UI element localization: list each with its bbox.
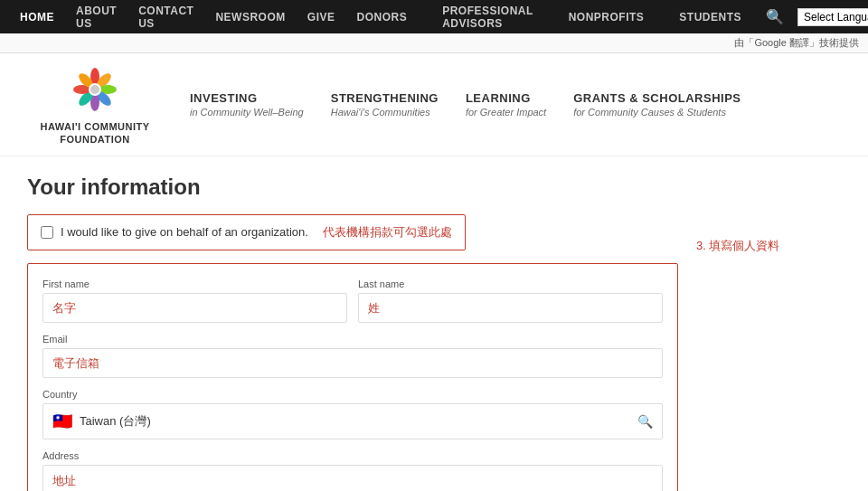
subnav-investing-subtitle: in Community Well–Being [190, 107, 304, 118]
nav-professional[interactable]: PROFESSIONAL ADVISORS [431, 5, 543, 30]
nav-contact[interactable]: CONTACT US [127, 5, 204, 30]
language-selector-wrapper[interactable]: Select Language [797, 8, 868, 26]
main-content: Your information I would like to give on… [0, 156, 868, 491]
nav-home[interactable]: HOME [9, 11, 65, 24]
country-field[interactable]: 🇹🇼 Taiwan (台灣) 🔍 [42, 403, 663, 439]
logo-area: HAWAI'I COMMUNITY FOUNDATION [18, 62, 172, 146]
form-section: Your information I would like to give on… [27, 175, 678, 491]
address-group: Address [42, 450, 663, 491]
form-container: First name Last name Email Country [27, 263, 678, 491]
subnav-learning[interactable]: LEARNING for Greater Impact [466, 91, 546, 118]
google-translate-text: 由「Google 翻譯」技術提供 [734, 36, 859, 50]
email-group: Email [42, 334, 663, 378]
logo-text: HAWAI'I COMMUNITY FOUNDATION [40, 120, 149, 146]
country-group: Country 🇹🇼 Taiwan (台灣) 🔍 [42, 389, 663, 439]
email-label: Email [42, 334, 663, 345]
subnav-strengthening[interactable]: STRENGTHENING Hawai'i's Communities [331, 91, 439, 118]
svg-point-9 [90, 85, 99, 94]
org-checkbox[interactable] [41, 226, 53, 239]
country-value: Taiwan (台灣) [80, 413, 151, 430]
top-navigation: HOME ABOUT US CONTACT US NEWSROOM GIVE D… [0, 0, 868, 33]
first-name-label: First name [42, 279, 347, 289]
last-name-label: Last name [358, 279, 663, 289]
nav-about[interactable]: ABOUT US [65, 5, 127, 30]
address-input[interactable] [42, 465, 663, 491]
search-icon[interactable]: 🔍 [766, 8, 784, 25]
last-name-group: Last name [358, 279, 663, 323]
country-left: 🇹🇼 Taiwan (台灣) [52, 411, 151, 431]
nav-donors[interactable]: DONORS [345, 11, 418, 24]
name-row: First name Last name [42, 279, 663, 323]
email-input[interactable] [42, 348, 663, 378]
google-translate-bar: 由「Google 翻譯」技術提供 [0, 33, 868, 53]
nav-newsroom[interactable]: NEWSROOM [204, 11, 296, 24]
subnav-grants[interactable]: GRANTS & SCHOLARSHIPS for Community Caus… [573, 91, 741, 118]
subnav-learning-title: LEARNING [466, 91, 546, 105]
org-label: I would like to give on behalf of an org… [61, 225, 308, 239]
first-name-group: First name [42, 279, 347, 323]
site-header: HAWAI'I COMMUNITY FOUNDATION INVESTING i… [0, 53, 868, 156]
subnav-learning-subtitle: for Greater Impact [466, 107, 546, 118]
address-label: Address [42, 450, 663, 461]
last-name-input[interactable] [358, 293, 663, 323]
subnav-grants-subtitle: for Community Causes & Students [573, 107, 741, 118]
country-row: Country 🇹🇼 Taiwan (台灣) 🔍 [42, 389, 663, 439]
subnav-strengthening-subtitle: Hawai'i's Communities [331, 107, 439, 118]
logo-icon [68, 62, 122, 117]
sub-navigation: INVESTING in Community Well–Being STRENG… [190, 91, 741, 118]
subnav-investing[interactable]: INVESTING in Community Well–Being [190, 91, 304, 118]
country-label: Country [42, 389, 663, 400]
side-note: 3. 填寫個人資料 [696, 175, 779, 491]
address-row: Address [42, 450, 663, 491]
email-row: Email [42, 334, 663, 378]
nav-give[interactable]: GIVE [297, 11, 346, 24]
nav-nonprofits[interactable]: NONPROFITS [558, 11, 656, 24]
language-select[interactable]: Select Language [797, 8, 868, 26]
org-checkbox-row: I would like to give on behalf of an org… [27, 214, 466, 250]
country-search-icon[interactable]: 🔍 [637, 414, 653, 429]
org-hint: 代表機構捐款可勾選此處 [323, 224, 452, 241]
page-title: Your information [27, 175, 678, 200]
first-name-input[interactable] [42, 293, 347, 323]
subnav-grants-title: GRANTS & SCHOLARSHIPS [573, 91, 741, 105]
country-flag: 🇹🇼 [52, 411, 72, 431]
subnav-strengthening-title: STRENGTHENING [331, 91, 439, 105]
nav-students[interactable]: STUDENTS [668, 11, 752, 24]
subnav-investing-title: INVESTING [190, 91, 304, 105]
